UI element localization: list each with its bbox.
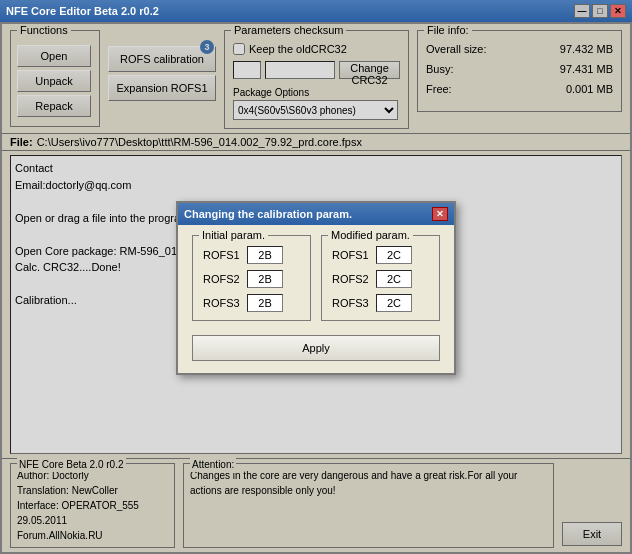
modal-title: Changing the calibration param. — [184, 208, 352, 220]
maximize-button[interactable]: □ — [592, 4, 608, 18]
modified-params-label: Modified param. — [328, 229, 413, 241]
modal-close-button[interactable]: ✕ — [432, 207, 448, 221]
param-name: ROFS3 — [332, 297, 372, 309]
modified-param-input[interactable] — [376, 270, 412, 288]
modified-param-input[interactable] — [376, 294, 412, 312]
main-window: Functions Open Unpack Repack ROFS calibr… — [0, 22, 632, 554]
modified-param-row: ROFS3 — [332, 294, 429, 312]
modified-param-input[interactable] — [376, 246, 412, 264]
initial-param-input[interactable] — [247, 246, 283, 264]
initial-param-row: ROFS3 — [203, 294, 300, 312]
modified-params-group: Modified param. ROFS1ROFS2ROFS3 — [321, 235, 440, 321]
modified-params-list: ROFS1ROFS2ROFS3 — [332, 246, 429, 312]
initial-params-group: Initial param. ROFS1ROFS2ROFS3 — [192, 235, 311, 321]
modal-params-row: Initial param. ROFS1ROFS2ROFS3 Modified … — [192, 235, 440, 321]
modal-overlay: Changing the calibration param. ✕ Initia… — [2, 24, 630, 552]
param-name: ROFS2 — [332, 273, 372, 285]
title-bar: NFE Core Editor Beta 2.0 r0.2 — □ ✕ — [0, 0, 632, 22]
param-name: ROFS1 — [332, 249, 372, 261]
modified-param-row: ROFS1 — [332, 246, 429, 264]
param-name: ROFS3 — [203, 297, 243, 309]
initial-param-row: ROFS1 — [203, 246, 300, 264]
modified-param-row: ROFS2 — [332, 270, 429, 288]
initial-params-label: Initial param. — [199, 229, 268, 241]
modal-window: Changing the calibration param. ✕ Initia… — [176, 201, 456, 375]
modal-body: Initial param. ROFS1ROFS2ROFS3 Modified … — [178, 225, 454, 373]
title-bar-buttons: — □ ✕ — [574, 4, 626, 18]
window-title: NFE Core Editor Beta 2.0 r0.2 — [6, 5, 159, 17]
apply-button[interactable]: Apply — [192, 335, 440, 361]
initial-param-input[interactable] — [247, 294, 283, 312]
modal-title-bar: Changing the calibration param. ✕ — [178, 203, 454, 225]
param-name: ROFS1 — [203, 249, 243, 261]
minimize-button[interactable]: — — [574, 4, 590, 18]
param-name: ROFS2 — [203, 273, 243, 285]
close-button[interactable]: ✕ — [610, 4, 626, 18]
initial-param-row: ROFS2 — [203, 270, 300, 288]
initial-param-input[interactable] — [247, 270, 283, 288]
initial-params-list: ROFS1ROFS2ROFS3 — [203, 246, 300, 312]
